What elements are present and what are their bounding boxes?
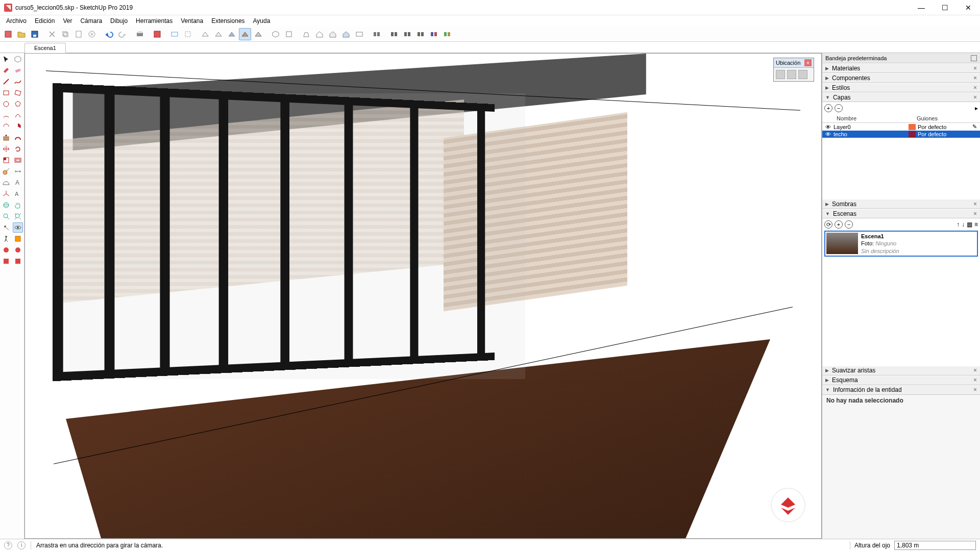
scene-tab-1[interactable]: Escena1 — [24, 43, 66, 53]
tool-arc[interactable] — [1, 110, 11, 120]
layer-row[interactable]: 👁 techo Por defecto — [822, 131, 980, 138]
tool-tape[interactable] — [1, 166, 11, 177]
window-maximize[interactable]: ☐ — [933, 0, 957, 15]
tool-walk[interactable] — [1, 234, 11, 244]
scene-remove-button[interactable]: − — [845, 220, 853, 229]
panel-suavizar[interactable]: ▶Suavizar aristas× — [822, 366, 980, 375]
tool-g6[interactable] — [441, 28, 453, 40]
layers-col-name[interactable]: Nombre — [824, 115, 917, 121]
menu-archivo[interactable]: Archivo — [2, 16, 31, 26]
eye-height-input[interactable] — [894, 541, 976, 550]
tool-shaded-textures[interactable] — [239, 28, 251, 40]
menu-ventana[interactable]: Ventana — [177, 16, 207, 26]
tool-text[interactable]: A — [13, 178, 23, 188]
tool-circle[interactable] — [1, 99, 11, 109]
close-icon[interactable]: × — [973, 210, 977, 217]
tool-freehand[interactable] — [13, 77, 23, 87]
tool-redo[interactable] — [116, 28, 129, 40]
close-icon[interactable]: × — [973, 201, 977, 208]
location-close-icon[interactable]: × — [804, 59, 812, 66]
tool-paste[interactable] — [72, 28, 85, 40]
tool-pushpull[interactable] — [1, 133, 11, 143]
tool-cut[interactable] — [46, 28, 58, 40]
tool-move[interactable] — [1, 144, 11, 154]
tool-plan[interactable] — [353, 28, 365, 40]
tray-pin-icon[interactable] — [971, 55, 977, 61]
tool-monochrome[interactable] — [252, 28, 264, 40]
tool-front[interactable] — [300, 28, 312, 40]
tool-g3[interactable] — [401, 28, 413, 40]
viewport[interactable]: Ubicación × — [24, 53, 822, 539]
tool-hiddenline[interactable] — [212, 28, 225, 40]
tool-look-around[interactable] — [13, 222, 23, 233]
scene-up-icon[interactable]: ↑ — [957, 221, 960, 228]
close-icon[interactable]: × — [973, 74, 977, 82]
tool-line[interactable] — [1, 77, 11, 87]
tool-arc2[interactable] — [13, 110, 23, 120]
layers-menu-icon[interactable]: ▸ — [975, 105, 978, 112]
tool-print[interactable] — [134, 28, 146, 40]
tool-ext3[interactable] — [1, 256, 11, 266]
edit-icon[interactable]: ✎ — [971, 123, 978, 130]
tool-section[interactable] — [13, 234, 23, 244]
layer-color-swatch[interactable] — [909, 124, 916, 130]
menu-dibujo[interactable]: Dibujo — [106, 16, 132, 26]
scene-card[interactable]: Escena1 Foto: Ninguno Sin descripción — [824, 231, 978, 257]
panel-estilos[interactable]: ▶Estilos× — [822, 83, 980, 92]
tool-rotate[interactable] — [13, 144, 23, 154]
visibility-icon[interactable]: 👁 — [824, 131, 831, 137]
tool-axes[interactable] — [1, 189, 11, 199]
tool-house1[interactable] — [313, 28, 326, 40]
tool-delete[interactable] — [86, 28, 98, 40]
menu-ver[interactable]: Ver — [59, 16, 76, 26]
panel-componentes[interactable]: ▶Componentes× — [822, 73, 980, 83]
tool-new[interactable] — [2, 28, 14, 40]
tool-component[interactable] — [13, 54, 23, 64]
panel-capas[interactable]: ▼Capas× — [822, 92, 980, 102]
tool-save[interactable] — [29, 28, 41, 40]
tool-zoom-extents[interactable] — [13, 211, 23, 221]
tool-polygon[interactable] — [13, 99, 23, 109]
status-help-icon[interactable]: ? — [4, 541, 12, 549]
tool-xray[interactable] — [168, 28, 181, 40]
scene-update-button[interactable]: ⟳ — [824, 220, 832, 229]
tool-open[interactable] — [15, 28, 28, 40]
layer-row[interactable]: 👁 Layer0 Por defecto ✎ — [822, 123, 980, 131]
scene-menu-icon[interactable]: ≡ — [974, 221, 978, 228]
tool-pie[interactable] — [13, 121, 23, 132]
status-info-icon[interactable]: i — [17, 541, 26, 549]
tool-rotrect[interactable] — [13, 88, 23, 98]
tool-g2[interactable] — [388, 28, 400, 40]
tool-g5[interactable] — [428, 28, 440, 40]
tool-orbit[interactable] — [1, 200, 11, 210]
menu-edicion[interactable]: Edición — [31, 16, 59, 26]
tool-iso[interactable] — [270, 28, 282, 40]
tool-top[interactable] — [283, 28, 295, 40]
panel-escenas[interactable]: ▼Escenas× — [822, 209, 980, 218]
tool-pan[interactable] — [13, 200, 23, 210]
menu-ayuda[interactable]: Ayuda — [249, 16, 275, 26]
tool-eraser[interactable] — [13, 65, 23, 76]
tool-backedges[interactable] — [182, 28, 194, 40]
window-close[interactable]: ✕ — [957, 0, 980, 15]
close-icon[interactable]: × — [973, 65, 977, 72]
panel-materiales[interactable]: ▶Materiales× — [822, 63, 980, 73]
tool-shaded[interactable] — [226, 28, 238, 40]
tool-select[interactable] — [1, 54, 11, 64]
close-icon[interactable]: × — [973, 94, 977, 101]
tool-house2[interactable] — [327, 28, 339, 40]
location-icon-1[interactable] — [776, 70, 785, 79]
menu-extensiones[interactable]: Extensiones — [207, 16, 249, 26]
tool-wireframe[interactable] — [199, 28, 211, 40]
tool-ext4[interactable] — [13, 256, 23, 266]
scene-add-button[interactable]: + — [835, 220, 843, 229]
tool-house3[interactable] — [340, 28, 352, 40]
tool-ext1[interactable] — [1, 245, 11, 255]
tool-protractor[interactable] — [1, 178, 11, 188]
tool-group1[interactable] — [371, 28, 383, 40]
tool-ext2[interactable] — [13, 245, 23, 255]
close-icon[interactable]: × — [973, 84, 977, 91]
scene-view-icon[interactable]: ▦ — [967, 221, 972, 228]
close-icon[interactable]: × — [973, 386, 977, 393]
layer-add-button[interactable]: + — [824, 104, 832, 112]
